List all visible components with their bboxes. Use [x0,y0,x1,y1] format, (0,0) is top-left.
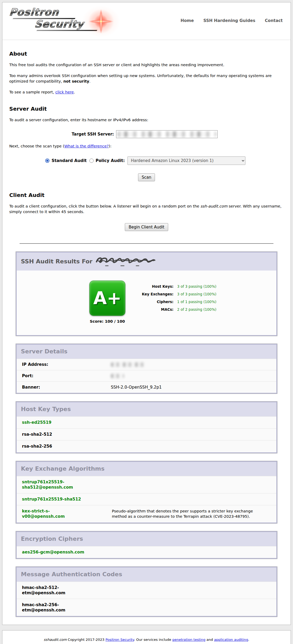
stat-value-key-exchanges: 3 of 3 passing (100%) [177,292,216,296]
policy-audit-select[interactable]: Hardened Amazon Linux 2023 (version 1) [127,156,245,165]
nav-contact[interactable]: Contact [265,18,283,23]
results-stats: Host Keys: 3 of 3 passing (100%) Key Exc… [127,284,216,312]
site-footer: sshaudit.com Copyright 2017-2023 Positro… [2,630,291,644]
standard-audit-label[interactable]: Standard Audit [52,158,87,163]
mac-row: hmac-sha2-256-etm@openssh.com [17,599,276,616]
host-key-name: ssh-ed25519 [22,420,91,425]
standard-audit-radio[interactable] [45,159,49,163]
about-paragraph-2: Too many admins overlook SSH configurati… [9,73,284,84]
footer-pentest-link[interactable]: penetration testing [172,638,205,642]
server-audit-instructions-text: To audit a server configuration, enter i… [9,118,148,122]
nav-home[interactable]: Home [181,18,194,23]
footer-and-text: and [205,638,214,642]
server-detail-row-banner: Banner: SSH-2.0-OpenSSH_9.2p1 [17,381,276,393]
begin-client-audit-button[interactable]: Begin Client Audit [125,223,168,231]
scan-type-text-end: ): [109,144,112,148]
encryption-ciphers-header: Encryption Ciphers [17,532,276,546]
kex-name: kex-strict-s-v00@openssh.com [22,508,91,519]
cipher-row: aes256-gcm@openssh.com [17,546,276,558]
ip-address-value [111,362,271,367]
macs-panel: Message Authentication Codes hmac-sha2-5… [16,567,277,617]
scan-type-text: Next, choose the scan type ( [9,144,64,148]
server-details-header: Server Details [17,345,276,359]
port-value [111,373,271,378]
kex-name: sntrup761x25519-sha512 [22,497,91,502]
banner-value: SSH-2.0-OpenSSH_9.2p1 [111,385,271,390]
stat-label-macs: MACs: [127,307,173,312]
kex-name: sntrup761x25519-sha512@openssh.com [22,479,91,490]
key-exchange-panel: Key Exchange Algorithms sntrup761x25519-… [16,461,277,523]
stat-label-key-exchanges: Key Exchanges: [127,292,173,296]
about-paragraph-1: This free tool audits the configuration … [9,62,284,68]
mac-name: hmac-sha2-256-etm@openssh.com [22,602,91,613]
scan-type-radio-row: Standard Audit Policy Audit: Hardened Am… [45,156,284,165]
target-server-form-row: Target SSH Server: [72,130,284,138]
logo-text-positron: Positron [9,7,59,18]
about-heading: About [9,51,284,57]
sample-report-text: To see a sample report, [9,90,55,94]
policy-audit-radio[interactable] [89,159,94,163]
host-key-types-panel: Host Key Types ssh-ed25519 rsa-sha2-512 … [16,402,277,453]
main-content: About This free tool audits the configur… [2,51,291,617]
encryption-ciphers-panel: Encryption Ciphers aes256-gcm@openssh.co… [16,531,277,559]
logo-underline-2 [36,30,98,31]
target-ssh-server-input[interactable] [116,130,218,138]
score-text: Score: 100 / 100 [90,319,125,323]
sample-report-link[interactable]: click here [55,90,74,94]
about-p1-text: This free tool audits the configuration … [9,63,224,67]
server-detail-row-ip: IP Address: [17,359,276,370]
section-divider [20,243,273,244]
main-nav: Home SSH Hardening Guides Contact [181,18,283,23]
host-key-name: rsa-sha2-512 [22,432,91,437]
server-audit-heading: Server Audit [9,106,284,112]
main-content-card: Positron Security Home SSH Hardening Gui… [2,2,291,625]
server-audit-instructions: To audit a server configuration, enter i… [9,117,284,123]
footer-copyright-text: Copyright 2017-2023 [67,638,106,642]
redacted-hostname-scribble [95,256,156,267]
ssh-audit-domain-emphasis: ssh-audit.com [200,204,227,208]
footer-auditing-link[interactable]: application auditing [214,638,248,642]
key-exchange-header: Key Exchange Algorithms [17,462,276,476]
host-key-types-header: Host Key Types [17,402,276,416]
results-panel-body: A+ Score: 100 / 100 Host Keys: 3 of 3 pa… [17,271,276,335]
host-key-name: rsa-sha2-256 [22,444,91,449]
banner-label: Banner: [22,385,111,390]
footer-period: . [248,638,249,642]
sample-report-period: . [74,90,75,94]
ssh-audit-results-panel: SSH Audit Results For A+ Score: 100 / 10… [16,252,277,336]
host-key-row: ssh-ed25519 [17,416,276,428]
server-details-panel: Server Details IP Address: Port: Banner:… [16,344,277,394]
page: Positron Security Home SSH Hardening Gui… [0,0,293,644]
scan-type-line: Next, choose the scan type (What is the … [9,143,284,149]
grade-column: A+ Score: 100 / 100 [88,281,127,323]
mac-row: hmac-sha2-512-etm@openssh.com [17,582,276,599]
kex-terrapin-note: Pseudo-algorithm that denotes the peer s… [112,508,257,519]
scan-button[interactable]: Scan [138,173,155,181]
policy-audit-label[interactable]: Policy Audit: [96,158,125,163]
results-panel-title: SSH Audit Results For [21,258,92,265]
kex-row: sntrup761x25519-sha512 [17,493,276,505]
server-detail-row-port: Port: [17,370,276,381]
nav-ssh-hardening-guides[interactable]: SSH Hardening Guides [203,18,255,23]
client-audit-heading: Client Audit [9,192,284,198]
redacted-target-value [117,131,216,137]
cipher-name: aes256-gcm@openssh.com [22,550,91,555]
target-ssh-server-label: Target SSH Server: [72,132,114,137]
client-audit-text: To audit a client configuration, click t… [9,204,200,208]
redacted-ip-value [111,362,145,367]
stat-label-host-keys: Host Keys: [127,284,173,289]
scan-type-difference-link[interactable]: What is the difference? [64,144,109,148]
kex-row: sntrup761x25519-sha512@openssh.com [17,476,276,493]
logo-text-security: Security [34,19,84,30]
footer-services-text: . Our services include [134,638,172,642]
mac-name: hmac-sha2-512-etm@openssh.com [22,585,91,596]
site-logo[interactable]: Positron Security [9,7,97,31]
about-paragraph-3: To see a sample report, click here. [9,89,284,95]
site-header: Positron Security Home SSH Hardening Gui… [2,2,291,40]
not-security-emphasis: not security [63,79,89,83]
grade-badge: A+ [89,281,125,316]
ip-address-label: IP Address: [22,362,111,367]
port-label: Port: [22,373,111,378]
client-audit-paragraph: To audit a client configuration, click t… [9,204,284,215]
footer-positron-link[interactable]: Positron Security [106,638,134,642]
